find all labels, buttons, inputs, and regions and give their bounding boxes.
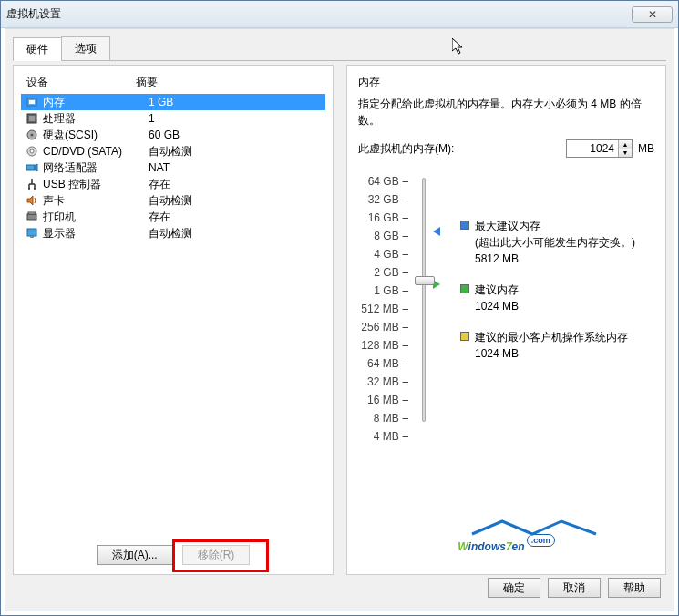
- device-label: 显示器: [43, 226, 149, 241]
- device-summary: 自动检测: [149, 226, 322, 241]
- memory-spinner[interactable]: ▲ ▼: [566, 139, 633, 158]
- hardware-row[interactable]: 声卡自动检测: [21, 192, 325, 209]
- logo-en: en: [512, 540, 525, 553]
- device-label: 硬盘(SCSI): [43, 128, 149, 143]
- device-icon: [25, 128, 39, 141]
- legend-rec: 建议内存 1024 MB: [460, 282, 654, 314]
- slider-tick-label: 32 MB ‒: [358, 373, 409, 391]
- hardware-row[interactable]: USB 控制器存在: [21, 176, 325, 192]
- max-marker-icon: [433, 227, 440, 236]
- device-label: 内存: [43, 95, 149, 110]
- device-summary: 自动检测: [149, 144, 322, 159]
- svg-point-11: [34, 188, 36, 190]
- device-summary: NAT: [149, 161, 322, 174]
- logo-w: W: [458, 540, 468, 553]
- device-summary: 存在: [149, 210, 322, 225]
- legend-max-value: 5812 MB: [475, 251, 635, 267]
- slider-tick-label: 1 GB ‒: [358, 282, 409, 300]
- svg-point-10: [28, 188, 30, 190]
- header-summary: 摘要: [136, 75, 320, 90]
- logo-roof-icon: [470, 519, 598, 536]
- titlebar: 虚拟机设置 ✕: [1, 1, 678, 28]
- slider-tick-label: 256 MB ‒: [358, 318, 409, 336]
- hardware-row[interactable]: CD/DVD (SATA)自动检测: [21, 143, 325, 159]
- legend-max-swatch: [460, 221, 469, 230]
- logo-indows: indows: [468, 540, 506, 553]
- svg-rect-15: [30, 236, 34, 238]
- content-area: 设备 摘要 内存1 GB处理器1硬盘(SCSI)60 GBCD/DVD (SAT…: [13, 65, 666, 575]
- legend-rec-value: 1024 MB: [475, 298, 519, 314]
- device-label: 声卡: [43, 193, 149, 209]
- hardware-row[interactable]: 显示器自动检测: [21, 225, 325, 241]
- slider-tick-label: 16 MB ‒: [358, 391, 409, 409]
- slider-tick-label: 4 GB ‒: [358, 245, 409, 263]
- legend-min: 建议的最小客户机操作系统内存 1024 MB: [460, 329, 654, 362]
- help-button[interactable]: 帮助: [608, 578, 661, 598]
- slider-track-column: [417, 172, 453, 427]
- legend-max-label: 最大建议内存: [475, 218, 635, 234]
- add-button[interactable]: 添加(A)...: [97, 545, 173, 565]
- slider-tick-label: 64 MB ‒: [358, 354, 409, 373]
- hardware-row[interactable]: 硬盘(SCSI)60 GB: [21, 127, 325, 143]
- device-icon: [25, 161, 39, 174]
- cancel-button[interactable]: 取消: [548, 578, 601, 598]
- dialog-footer: 确定 取消 帮助: [488, 578, 661, 598]
- device-summary: 存在: [149, 177, 322, 192]
- hardware-buttons: 添加(A)... 移除(R): [14, 545, 333, 565]
- memory-input[interactable]: [567, 140, 618, 157]
- slider-tick-label: 8 GB ‒: [358, 227, 409, 245]
- memory-field-label: 此虚拟机的内存(M):: [358, 141, 454, 157]
- remove-button: 移除(R): [182, 545, 251, 565]
- device-icon: [25, 178, 39, 190]
- slider-tick-label: 16 GB ‒: [358, 209, 409, 227]
- svg-rect-14: [27, 229, 36, 236]
- slider-ticks: 64 GB ‒32 GB ‒16 GB ‒8 GB ‒4 GB ‒2 GB ‒1…: [358, 172, 409, 427]
- svg-point-7: [30, 149, 34, 153]
- slider-tick-label: 2 GB ‒: [358, 263, 409, 282]
- device-summary: 1 GB: [149, 96, 322, 108]
- legend-min-value: 1024 MB: [475, 345, 628, 362]
- tabs: 硬件 选项: [13, 36, 666, 61]
- device-label: CD/DVD (SATA): [43, 145, 149, 158]
- device-icon: [25, 96, 39, 108]
- slider-track[interactable]: [422, 178, 426, 422]
- close-button[interactable]: ✕: [632, 6, 673, 23]
- svg-rect-8: [26, 165, 35, 170]
- window-title: 虚拟机设置: [6, 6, 632, 22]
- device-icon: [25, 227, 39, 240]
- memory-description: 指定分配给此虚拟机的内存量。内存大小必须为 4 MB 的倍数。: [358, 96, 654, 128]
- slider-tick-label: 32 GB ‒: [358, 190, 409, 209]
- slider-tick-label: 4 MB ‒: [358, 427, 409, 446]
- svg-rect-12: [27, 214, 36, 220]
- device-icon: [25, 194, 39, 207]
- slider-thumb[interactable]: [415, 276, 435, 285]
- svg-rect-3: [29, 116, 35, 121]
- hardware-list-header: 设备 摘要: [21, 71, 325, 94]
- slider-tick-label: 512 MB ‒: [358, 300, 409, 318]
- tab-hardware[interactable]: 硬件: [13, 37, 62, 61]
- legend-max-note: (超出此大小可能发生内存交换。): [475, 234, 635, 251]
- slider-tick-label: 64 GB ‒: [358, 172, 409, 190]
- hardware-panel: 设备 摘要 内存1 GB处理器1硬盘(SCSI)60 GBCD/DVD (SAT…: [13, 65, 334, 575]
- tab-options[interactable]: 选项: [61, 36, 110, 60]
- close-icon: ✕: [648, 8, 657, 21]
- device-summary: 自动检测: [149, 193, 322, 209]
- device-summary: 60 GB: [149, 128, 322, 141]
- svg-rect-1: [29, 100, 35, 104]
- hardware-row[interactable]: 打印机存在: [21, 209, 325, 225]
- hardware-row[interactable]: 内存1 GB: [21, 94, 325, 110]
- memory-legend: 最大建议内存 (超出此大小可能发生内存交换。) 5812 MB 建议内存 102…: [460, 172, 654, 427]
- device-icon: [25, 112, 39, 125]
- spinner-down[interactable]: ▼: [619, 149, 632, 157]
- ok-button[interactable]: 确定: [488, 578, 540, 598]
- legend-rec-swatch: [460, 284, 469, 293]
- device-label: 处理器: [43, 111, 149, 127]
- legend-min-swatch: [460, 332, 469, 341]
- hardware-row[interactable]: 网络适配器NAT: [21, 159, 325, 176]
- logo-7: 7: [506, 540, 512, 553]
- hardware-row[interactable]: 处理器1: [21, 110, 325, 127]
- hardware-list: 内存1 GB处理器1硬盘(SCSI)60 GBCD/DVD (SATA)自动检测…: [21, 94, 325, 241]
- svg-rect-13: [28, 212, 36, 214]
- spinner-up[interactable]: ▲: [619, 140, 632, 149]
- device-label: USB 控制器: [43, 177, 149, 192]
